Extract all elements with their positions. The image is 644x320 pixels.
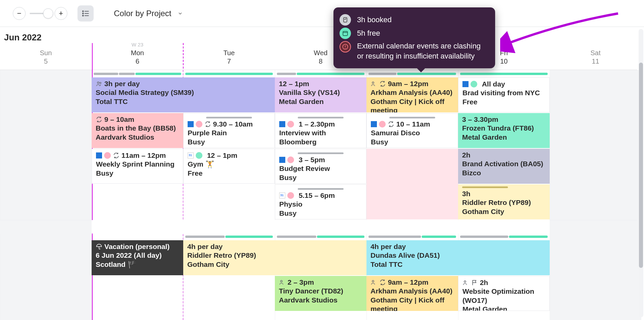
event-website-opt[interactable]: 2h Website Optimization (WO17) Metal Gar…: [458, 276, 550, 311]
day-head-tue[interactable]: Tue 7: [183, 43, 275, 70]
svg-point-6: [97, 82, 99, 83]
status-dot-busy: [287, 192, 294, 199]
recur-icon: [96, 116, 102, 123]
col-sun: [0, 70, 92, 320]
svg-point-4: [83, 15, 84, 16]
status-dot-busy: [104, 152, 111, 159]
event-vanilla-sky[interactable]: 12 – 1pm Vanilla Sky (VS14) Metal Garden: [275, 77, 366, 112]
month-label: Jun 2022: [4, 32, 41, 43]
umbrella-icon: [96, 243, 102, 250]
day-head-sun[interactable]: Sun 5: [0, 43, 92, 70]
gcal-icon: [188, 152, 194, 158]
outlook-icon: [462, 81, 469, 87]
event-riddler-retro-span[interactable]: 4h per day Riddler Retro (YP89) Gotham C…: [183, 240, 366, 275]
svg-point-0: [83, 11, 84, 12]
people-icon: [462, 279, 469, 286]
event-brad-visiting[interactable]: All day Brad visiting from NYC Free: [458, 77, 550, 112]
event-arkham-analysis[interactable]: 9am – 12pm Arkham Analysis (AA40) Gotham…: [366, 77, 458, 112]
svg-point-8: [372, 82, 374, 83]
zoom-in-button[interactable]: +: [55, 7, 67, 20]
event-gym[interactable]: 12 – 1pm Gym 🏋️ Free: [183, 149, 275, 184]
chevron-down-icon: [178, 11, 183, 16]
people-icon: [96, 80, 102, 87]
capacity-row-1: [92, 71, 644, 77]
outlook-icon: [371, 121, 377, 127]
status-dot-busy: [196, 121, 202, 128]
event-physio[interactable]: 5.15 – 6pm Physio Busy: [275, 184, 366, 219]
event-samurai-disco[interactable]: 10 – 11am Samurai Disco Busy: [366, 113, 458, 148]
event-weekly-sprint[interactable]: 11am – 12pm Weekly Sprint Planning Busy: [92, 149, 183, 184]
svg-rect-12: [344, 17, 347, 22]
status-dot-busy: [287, 121, 294, 128]
zoom-thumb[interactable]: [43, 8, 53, 19]
event-boats-in-bay[interactable]: 9 – 10am Boats in the Bay (BB58) Aardvar…: [92, 113, 183, 148]
outlook-icon: [279, 121, 285, 127]
outlook-icon: [96, 152, 102, 158]
recur-icon: [113, 152, 120, 159]
svg-point-17: [345, 48, 346, 48]
vertical-scrollbar[interactable]: [639, 29, 643, 317]
status-dot-busy: [379, 121, 386, 128]
popover-free: 5h free: [357, 29, 380, 38]
annotation-arrow: [500, 10, 621, 54]
people-icon: [371, 80, 377, 87]
capacity-row-2: [92, 234, 644, 240]
svg-point-7: [100, 82, 101, 84]
people-icon: [279, 279, 286, 286]
day-head-mon[interactable]: W 23 Mon 6: [92, 43, 183, 70]
gcal-icon: [279, 192, 285, 199]
event-purple-rain[interactable]: 9.30 – 10am Purple Rain Busy: [183, 113, 275, 148]
svg-point-11: [464, 281, 466, 282]
zoom-slider[interactable]: [30, 13, 51, 14]
outlook-icon: [279, 157, 285, 163]
list-view-button[interactable]: [77, 5, 94, 22]
event-riddler-retro-fri[interactable]: 3h Riddler Retro (YP89) Gotham City: [458, 184, 550, 219]
event-thu-blank[interactable]: [366, 149, 458, 219]
zoom-out-button[interactable]: −: [13, 7, 26, 20]
event-dundas-alive[interactable]: 4h per day Dundas Alive (DA51) Total TTC: [366, 240, 550, 275]
event-vacation[interactable]: Vacation (personal) 6 Jun 2022 (All day)…: [92, 240, 183, 275]
color-by-dropdown[interactable]: Color by Project: [114, 9, 183, 18]
recur-icon: [379, 279, 386, 286]
svg-point-2: [83, 13, 84, 14]
calendar-icon: [340, 28, 351, 39]
popover-booked: 3h booked: [357, 15, 392, 24]
event-bloomberg[interactable]: 1 – 2.30pm Interview with Bloomberg Busy: [275, 113, 366, 148]
status-dot-free: [471, 81, 477, 87]
col-sat: [550, 70, 641, 320]
color-by-label: Color by Project: [114, 9, 171, 18]
list-icon: [81, 9, 90, 18]
outlook-icon: [188, 121, 194, 127]
event-budget-review[interactable]: 3 – 5pm Budget Review Busy: [275, 149, 366, 184]
recur-icon: [204, 121, 211, 128]
alert-icon: [340, 41, 351, 52]
status-dot-free: [196, 152, 202, 159]
event-arkham-analysis-2[interactable]: 9am – 12pm Arkham Analysis (AA40) Gotham…: [366, 276, 458, 311]
svg-rect-13: [343, 31, 347, 36]
flag-icon: [471, 279, 478, 286]
event-brand-activation[interactable]: 2h Brand Activation (BA05) Bizco: [458, 149, 550, 184]
availability-popover: 3h booked 5h free External calendar even…: [333, 7, 495, 68]
scrollbar-thumb[interactable]: [639, 63, 643, 268]
popover-warning: External calendar events are clashing or…: [357, 41, 488, 61]
svg-point-10: [372, 280, 374, 282]
status-dot-busy: [287, 156, 294, 163]
event-tiny-dancer[interactable]: 2 – 3pm Tiny Dancer (TD82) Aardvark Stud…: [275, 276, 366, 311]
recur-icon: [388, 121, 394, 128]
event-social-media-strategy[interactable]: 3h per day Social Media Strategy (SM39) …: [92, 77, 275, 112]
people-icon: [371, 279, 377, 286]
clipboard-icon: [340, 14, 351, 26]
svg-point-9: [281, 280, 282, 282]
recur-icon: [379, 80, 386, 87]
event-frozen-tundra[interactable]: 3 – 3.30pm Frozen Tundra (FT86) Metal Ga…: [458, 113, 550, 148]
